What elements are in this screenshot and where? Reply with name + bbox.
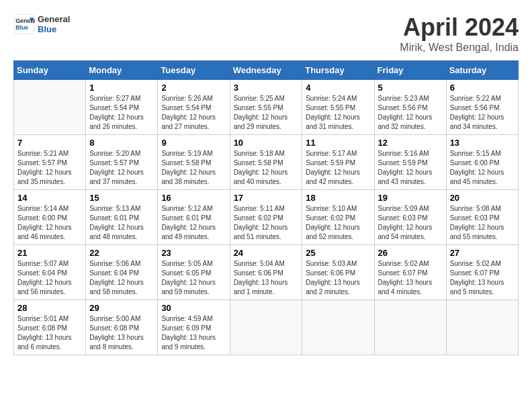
day-number: 28 xyxy=(17,303,82,313)
calendar-cell: 7Sunrise: 5:21 AM Sunset: 5:57 PM Daylig… xyxy=(14,135,86,190)
day-info: Sunrise: 5:12 AM Sunset: 6:01 PM Dayligh… xyxy=(161,204,226,242)
calendar-cell: 5Sunrise: 5:23 AM Sunset: 5:56 PM Daylig… xyxy=(374,80,446,135)
day-info: Sunrise: 5:01 AM Sunset: 6:08 PM Dayligh… xyxy=(17,314,82,352)
calendar-cell: 9Sunrise: 5:19 AM Sunset: 5:58 PM Daylig… xyxy=(158,135,230,190)
svg-text:Blue: Blue xyxy=(15,24,28,31)
day-number: 14 xyxy=(17,193,82,203)
calendar-week-row: 1Sunrise: 5:27 AM Sunset: 5:54 PM Daylig… xyxy=(14,80,519,135)
day-number: 20 xyxy=(450,193,515,203)
day-number: 30 xyxy=(161,303,226,313)
day-number: 9 xyxy=(161,138,226,148)
logo: General Blue General Blue xyxy=(13,13,70,35)
calendar-cell: 21Sunrise: 5:07 AM Sunset: 6:04 PM Dayli… xyxy=(14,245,86,300)
logo-icon: General Blue xyxy=(13,13,35,35)
day-number: 7 xyxy=(17,138,82,148)
day-number: 21 xyxy=(17,248,82,258)
day-info: Sunrise: 5:07 AM Sunset: 6:04 PM Dayligh… xyxy=(17,259,82,297)
day-number: 25 xyxy=(306,248,370,258)
day-info: Sunrise: 4:59 AM Sunset: 6:09 PM Dayligh… xyxy=(161,314,226,352)
calendar-cell: 10Sunrise: 5:18 AM Sunset: 5:58 PM Dayli… xyxy=(230,135,302,190)
calendar-week-row: 14Sunrise: 5:14 AM Sunset: 6:00 PM Dayli… xyxy=(14,190,519,245)
day-info: Sunrise: 5:06 AM Sunset: 6:04 PM Dayligh… xyxy=(89,259,154,297)
day-info: Sunrise: 5:16 AM Sunset: 5:59 PM Dayligh… xyxy=(378,149,443,187)
calendar-cell xyxy=(302,300,374,355)
title-area: April 2024 Mirik, West Bengal, India xyxy=(400,13,519,54)
calendar-cell xyxy=(446,300,518,355)
day-number: 22 xyxy=(89,248,154,258)
day-number: 2 xyxy=(161,83,226,93)
day-info: Sunrise: 5:14 AM Sunset: 6:00 PM Dayligh… xyxy=(17,204,82,242)
day-info: Sunrise: 5:23 AM Sunset: 5:56 PM Dayligh… xyxy=(378,94,443,132)
day-number: 1 xyxy=(89,83,154,93)
logo-text-line2: Blue xyxy=(38,24,70,34)
calendar-cell: 25Sunrise: 5:03 AM Sunset: 6:06 PM Dayli… xyxy=(302,245,374,300)
calendar-week-row: 7Sunrise: 5:21 AM Sunset: 5:57 PM Daylig… xyxy=(14,135,519,190)
day-number: 8 xyxy=(89,138,154,148)
day-number: 27 xyxy=(450,248,515,258)
weekday-header: Monday xyxy=(86,61,158,80)
day-info: Sunrise: 5:21 AM Sunset: 5:57 PM Dayligh… xyxy=(17,149,82,187)
logo-text-line1: General xyxy=(38,14,70,24)
day-info: Sunrise: 5:10 AM Sunset: 6:02 PM Dayligh… xyxy=(306,204,370,242)
day-number: 6 xyxy=(450,83,515,93)
day-info: Sunrise: 5:25 AM Sunset: 5:55 PM Dayligh… xyxy=(234,94,299,132)
calendar-cell: 16Sunrise: 5:12 AM Sunset: 6:01 PM Dayli… xyxy=(158,190,230,245)
day-info: Sunrise: 5:13 AM Sunset: 6:01 PM Dayligh… xyxy=(89,204,154,242)
calendar-cell: 22Sunrise: 5:06 AM Sunset: 6:04 PM Dayli… xyxy=(86,245,158,300)
calendar-cell: 3Sunrise: 5:25 AM Sunset: 5:55 PM Daylig… xyxy=(230,80,302,135)
weekday-header: Friday xyxy=(374,61,446,80)
calendar-cell: 13Sunrise: 5:15 AM Sunset: 6:00 PM Dayli… xyxy=(446,135,518,190)
day-info: Sunrise: 5:24 AM Sunset: 5:55 PM Dayligh… xyxy=(306,94,370,132)
calendar-cell: 23Sunrise: 5:05 AM Sunset: 6:05 PM Dayli… xyxy=(158,245,230,300)
header: General Blue General Blue April 2024 Mir… xyxy=(13,13,519,54)
day-info: Sunrise: 5:15 AM Sunset: 6:00 PM Dayligh… xyxy=(450,149,515,187)
day-number: 18 xyxy=(306,193,370,203)
calendar-table: SundayMondayTuesdayWednesdayThursdayFrid… xyxy=(13,60,519,355)
day-info: Sunrise: 5:11 AM Sunset: 6:02 PM Dayligh… xyxy=(234,204,299,242)
calendar-cell: 14Sunrise: 5:14 AM Sunset: 6:00 PM Dayli… xyxy=(14,190,86,245)
calendar-week-row: 21Sunrise: 5:07 AM Sunset: 6:04 PM Dayli… xyxy=(14,245,519,300)
calendar-cell: 27Sunrise: 5:02 AM Sunset: 6:07 PM Dayli… xyxy=(446,245,518,300)
day-info: Sunrise: 5:02 AM Sunset: 6:07 PM Dayligh… xyxy=(450,259,515,297)
day-info: Sunrise: 5:04 AM Sunset: 6:06 PM Dayligh… xyxy=(234,259,299,297)
calendar-cell: 26Sunrise: 5:02 AM Sunset: 6:07 PM Dayli… xyxy=(374,245,446,300)
calendar-cell: 8Sunrise: 5:20 AM Sunset: 5:57 PM Daylig… xyxy=(86,135,158,190)
day-info: Sunrise: 5:05 AM Sunset: 6:05 PM Dayligh… xyxy=(161,259,226,297)
day-number: 26 xyxy=(378,248,443,258)
day-number: 10 xyxy=(234,138,299,148)
main-title: April 2024 xyxy=(400,13,519,42)
weekday-header: Thursday xyxy=(302,61,374,80)
day-number: 11 xyxy=(306,138,370,148)
day-info: Sunrise: 5:26 AM Sunset: 5:54 PM Dayligh… xyxy=(161,94,226,132)
day-info: Sunrise: 5:09 AM Sunset: 6:03 PM Dayligh… xyxy=(378,204,443,242)
day-info: Sunrise: 5:18 AM Sunset: 5:58 PM Dayligh… xyxy=(234,149,299,187)
day-info: Sunrise: 5:27 AM Sunset: 5:54 PM Dayligh… xyxy=(89,94,154,132)
day-info: Sunrise: 5:03 AM Sunset: 6:06 PM Dayligh… xyxy=(306,259,370,297)
day-number: 23 xyxy=(161,248,226,258)
calendar-cell: 4Sunrise: 5:24 AM Sunset: 5:55 PM Daylig… xyxy=(302,80,374,135)
calendar-cell xyxy=(230,300,302,355)
calendar-cell: 30Sunrise: 4:59 AM Sunset: 6:09 PM Dayli… xyxy=(158,300,230,355)
day-number: 15 xyxy=(89,193,154,203)
day-info: Sunrise: 5:02 AM Sunset: 6:07 PM Dayligh… xyxy=(378,259,443,297)
day-number: 29 xyxy=(89,303,154,313)
header-row: SundayMondayTuesdayWednesdayThursdayFrid… xyxy=(14,61,519,80)
calendar-cell: 11Sunrise: 5:17 AM Sunset: 5:59 PM Dayli… xyxy=(302,135,374,190)
day-info: Sunrise: 5:22 AM Sunset: 5:56 PM Dayligh… xyxy=(450,94,515,132)
day-number: 5 xyxy=(378,83,443,93)
day-info: Sunrise: 5:17 AM Sunset: 5:59 PM Dayligh… xyxy=(306,149,370,187)
day-number: 13 xyxy=(450,138,515,148)
calendar-week-row: 28Sunrise: 5:01 AM Sunset: 6:08 PM Dayli… xyxy=(14,300,519,355)
day-number: 24 xyxy=(234,248,299,258)
day-info: Sunrise: 5:08 AM Sunset: 6:03 PM Dayligh… xyxy=(450,204,515,242)
calendar-cell: 2Sunrise: 5:26 AM Sunset: 5:54 PM Daylig… xyxy=(158,80,230,135)
weekday-header: Sunday xyxy=(14,61,86,80)
calendar-cell: 6Sunrise: 5:22 AM Sunset: 5:56 PM Daylig… xyxy=(446,80,518,135)
calendar-cell: 29Sunrise: 5:00 AM Sunset: 6:08 PM Dayli… xyxy=(86,300,158,355)
day-number: 17 xyxy=(234,193,299,203)
calendar-cell: 19Sunrise: 5:09 AM Sunset: 6:03 PM Dayli… xyxy=(374,190,446,245)
subtitle: Mirik, West Bengal, India xyxy=(400,42,519,54)
day-number: 12 xyxy=(378,138,443,148)
calendar-cell: 15Sunrise: 5:13 AM Sunset: 6:01 PM Dayli… xyxy=(86,190,158,245)
calendar-cell: 18Sunrise: 5:10 AM Sunset: 6:02 PM Dayli… xyxy=(302,190,374,245)
